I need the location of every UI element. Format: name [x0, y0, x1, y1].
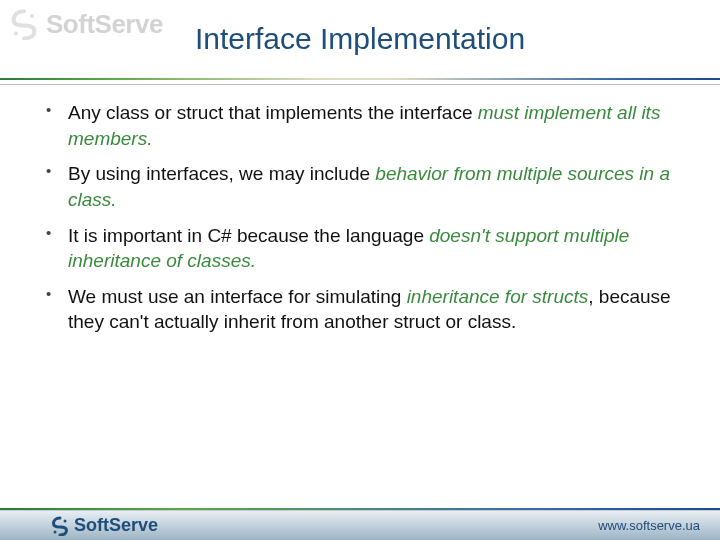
list-item: It is important in C# because the langua…: [40, 223, 688, 274]
bullet-text: Any class or struct that implements the …: [68, 102, 478, 123]
svg-point-0: [30, 14, 34, 18]
svg-point-2: [64, 519, 67, 522]
footer-url: www.softserve.ua: [598, 518, 700, 533]
bullet-text: We must use an interface for simulating: [68, 286, 407, 307]
bullet-emphasis: inheritance for structs: [407, 286, 589, 307]
footer-brand-text: SoftServe: [74, 515, 158, 536]
page-title: Interface Implementation: [0, 22, 720, 56]
bullet-text: By using interfaces, we may include: [68, 163, 375, 184]
bullet-text: It is important in C# because the langua…: [68, 225, 429, 246]
list-item: We must use an interface for simulating …: [40, 284, 688, 335]
footer-brand: SoftServe: [50, 515, 158, 536]
list-item: Any class or struct that implements the …: [40, 100, 688, 151]
softserve-icon: [50, 516, 70, 536]
footer: SoftServe www.softserve.ua: [0, 510, 720, 540]
svg-point-3: [54, 530, 57, 533]
content-area: Any class or struct that implements the …: [40, 100, 688, 345]
title-divider: [0, 78, 720, 85]
list-item: By using interfaces, we may include beha…: [40, 161, 688, 212]
